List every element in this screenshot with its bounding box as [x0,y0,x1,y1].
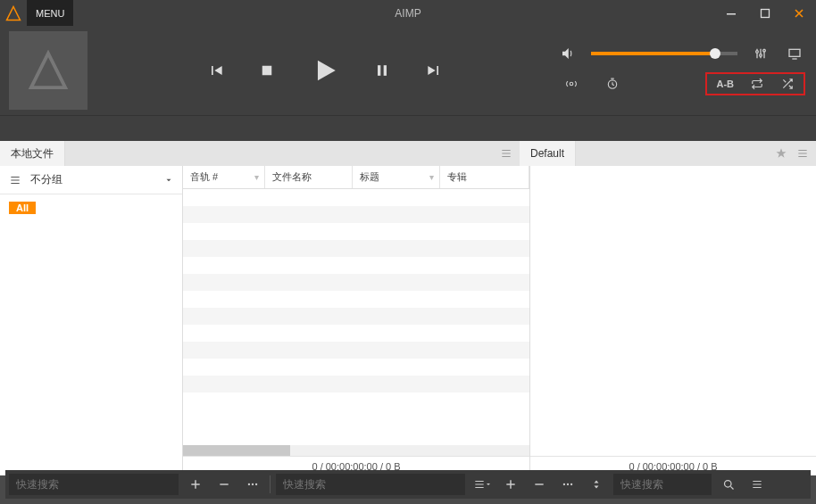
more-button-2[interactable] [556,474,579,495]
hamburger-icon[interactable] [500,147,512,160]
progress-area[interactable] [0,115,816,141]
next-button[interactable] [425,62,443,79]
shuffle-button[interactable] [780,78,795,90]
playlist-pane: 音轨 #▾ 文件名称 标题▾ 专辑 0 / 00:00:00:00 / 0 B [183,166,530,475]
svg-point-17 [724,480,731,487]
pause-button[interactable] [373,62,391,79]
svg-point-12 [252,483,254,485]
tab-label: 本地文件 [11,146,54,161]
album-art [9,31,87,110]
svg-point-7 [763,49,766,52]
tab-label: Default [530,147,564,160]
add-button-2[interactable] [499,474,522,495]
filter-chip-all[interactable]: All [9,202,36,214]
volume-slider[interactable] [591,52,737,55]
svg-rect-8 [789,49,800,56]
ab-repeat-button[interactable]: A-B [716,78,734,89]
svg-point-5 [756,51,759,54]
queue-rows[interactable] [530,166,816,456]
close-button[interactable] [782,0,816,26]
repeat-button[interactable] [750,78,764,90]
svg-point-16 [570,483,572,485]
svg-rect-3 [378,65,380,76]
sort-button[interactable] [470,474,494,495]
search-left[interactable] [9,474,179,495]
prev-button[interactable] [207,62,225,79]
svg-point-11 [248,483,250,485]
search-button[interactable] [717,474,740,495]
playback-mode-box: A-B [705,72,805,95]
minimize-button[interactable] [714,0,748,26]
stop-button[interactable] [259,62,275,78]
star-icon[interactable] [775,147,787,160]
equalizer-button[interactable] [750,46,771,61]
svg-point-6 [760,54,762,57]
titlebar: MENU AIMP [0,0,816,26]
svg-point-13 [255,483,257,485]
updown-button[interactable] [585,474,608,495]
visualization-button[interactable] [784,46,805,61]
svg-rect-2 [262,66,272,76]
more-button[interactable] [241,474,264,495]
svg-point-14 [563,483,565,485]
right-tabstrip [576,141,816,166]
player-bar: A-B [0,26,816,115]
horizontal-scrollbar[interactable] [183,445,529,456]
app-title: AIMP [0,7,816,20]
col-title[interactable]: 标题▾ [353,166,440,188]
playlist-rows[interactable] [183,189,529,445]
bottom-toolbar [5,470,811,499]
filter-icon[interactable]: ▾ [254,172,259,182]
tab-local-files[interactable]: 本地文件 [0,141,65,166]
tab-default[interactable]: Default [520,141,576,166]
queue-pane: 0 / 00:00:00:00 / 0 B [530,166,816,475]
add-button[interactable] [184,474,207,495]
grouping-label: 不分组 [30,172,62,187]
search-right[interactable] [613,474,712,495]
col-track[interactable]: 音轨 #▾ [183,166,265,188]
grouping-selector[interactable]: 不分组 [0,166,182,194]
col-album[interactable]: 专辑 [440,166,529,188]
remove-button-2[interactable] [528,474,551,495]
svg-rect-0 [727,13,736,15]
column-headers: 音轨 #▾ 文件名称 标题▾ 专辑 [183,166,529,189]
svg-point-9 [570,82,573,86]
menu-button[interactable]: MENU [27,0,73,26]
chevron-down-icon [164,176,173,185]
left-tabstrip [65,141,520,166]
remove-button[interactable] [212,474,236,495]
svg-rect-1 [762,9,770,17]
list-icon [9,174,21,186]
volume-icon[interactable] [557,45,579,62]
search-middle[interactable] [276,474,465,495]
app-logo [0,0,27,26]
radio-icon[interactable] [561,78,582,90]
play-button[interactable] [309,55,339,86]
svg-point-15 [567,483,569,485]
timer-icon[interactable] [602,78,623,90]
svg-rect-4 [384,65,387,76]
filter-icon[interactable]: ▾ [429,172,434,182]
menu-button-bottom[interactable] [745,474,769,495]
hamburger-icon[interactable] [796,147,809,160]
maximize-button[interactable] [748,0,782,26]
col-filename[interactable]: 文件名称 [265,166,353,188]
sidebar: 不分组 All [0,166,183,475]
